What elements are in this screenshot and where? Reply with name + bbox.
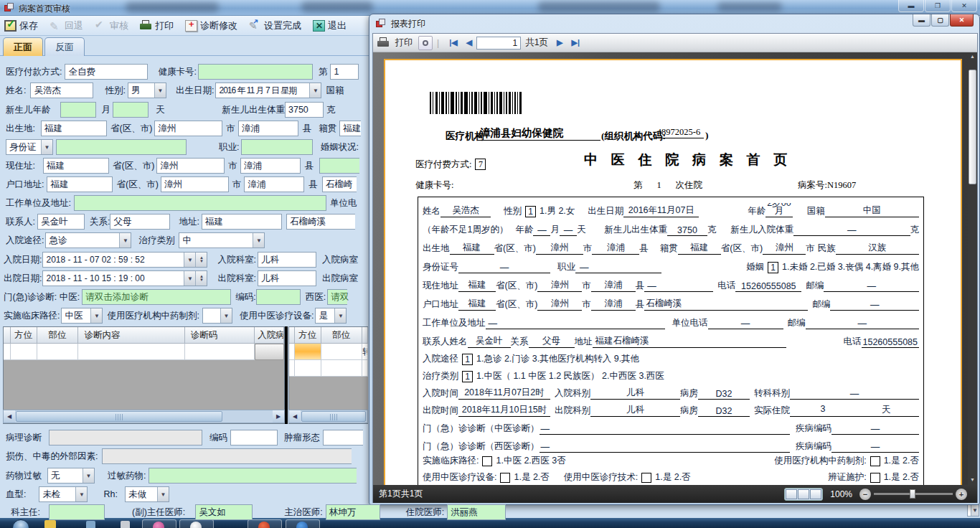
work-address-input[interactable] bbox=[74, 195, 326, 211]
grid-cell[interactable] bbox=[185, 344, 255, 360]
grid-col-part[interactable]: 部位 bbox=[37, 327, 79, 344]
next-page-button[interactable]: ▶ bbox=[557, 38, 562, 47]
discharge-dept-input[interactable]: 儿科 bbox=[258, 270, 316, 286]
scroll-up-icon[interactable]: ▲ bbox=[969, 52, 976, 60]
resident-input[interactable]: 洪丽燕 bbox=[447, 504, 506, 520]
clinical-path-dropdown[interactable]: 中医▼ bbox=[61, 308, 103, 324]
scroll-left-icon[interactable]: ◀ bbox=[289, 410, 301, 423]
origin-input[interactable]: 福建 bbox=[339, 121, 361, 136]
grid-col-direction[interactable]: 方位 bbox=[11, 327, 37, 344]
contact-input[interactable]: 吴金叶 bbox=[37, 214, 85, 230]
grid-cell[interactable] bbox=[78, 344, 184, 360]
zoom-out-button[interactable]: − bbox=[859, 489, 871, 500]
print-button[interactable]: 打印 bbox=[140, 19, 174, 32]
newborn-month-input[interactable] bbox=[60, 102, 96, 118]
admission-path-dropdown[interactable]: 急诊▼ bbox=[45, 232, 131, 248]
grid-cell-selected[interactable] bbox=[295, 344, 321, 360]
newborn-weight-input[interactable]: 3750 bbox=[285, 102, 324, 118]
allergy-drug-input[interactable] bbox=[149, 468, 357, 484]
cur-county-input[interactable]: 漳浦 bbox=[240, 158, 301, 174]
discharge-date-picker[interactable]: 2018 - 11 - 10 15 : 19 : 00▼▲▼ bbox=[42, 270, 207, 286]
tcm-diagnosis-input[interactable]: 请双击添加诊断 bbox=[82, 289, 231, 305]
last-page-button[interactable]: ▶| bbox=[572, 38, 580, 47]
deputy-input[interactable]: 吴文如 bbox=[195, 504, 253, 520]
dropdown-arrow-icon[interactable]: ▼ bbox=[334, 308, 346, 323]
scroll-down-icon[interactable]: ▼ bbox=[969, 476, 976, 484]
zoom-slider-thumb[interactable] bbox=[910, 489, 915, 499]
grid-cell[interactable] bbox=[321, 360, 362, 377]
dropdown-arrow-icon[interactable]: ▼ bbox=[971, 505, 979, 516]
folder-icon[interactable] bbox=[44, 520, 56, 528]
birthdate-picker[interactable]: 2016 年 11 月 7 日 星期▼ bbox=[215, 82, 321, 98]
audit-button[interactable]: 审核 bbox=[95, 19, 128, 32]
grid-cell-button[interactable] bbox=[255, 344, 284, 360]
grid-cell[interactable] bbox=[362, 360, 368, 377]
tab-front[interactable]: 正面 bbox=[3, 37, 43, 56]
name-input[interactable]: 吴浩杰 bbox=[30, 82, 93, 98]
dialog-minimize-button[interactable]: ▬ bbox=[913, 14, 930, 27]
grid-cell[interactable] bbox=[37, 344, 79, 360]
tumor-input[interactable] bbox=[323, 430, 363, 446]
id-type-dropdown[interactable]: 身份证▼ bbox=[6, 139, 53, 155]
payment-input[interactable]: 全自费 bbox=[65, 64, 148, 80]
admission-dept-input[interactable]: 儿科 bbox=[258, 252, 316, 268]
grid-cell[interactable] bbox=[11, 344, 37, 360]
dropdown-arrow-icon[interactable]: ▼ bbox=[184, 253, 195, 267]
save-button[interactable]: 保存 bbox=[4, 19, 38, 32]
grid-col-condition[interactable]: 入院病 bbox=[255, 327, 284, 344]
grid-hscrollbar-right[interactable]: ◀ bbox=[288, 410, 368, 423]
dropdown-arrow-icon[interactable]: ▼ bbox=[157, 487, 169, 501]
exit-button[interactable]: 退出 bbox=[313, 19, 347, 32]
grid-col-direction[interactable]: 方位 bbox=[295, 327, 321, 344]
dropdown-arrow-icon[interactable]: ▼ bbox=[119, 233, 131, 248]
close-button[interactable]: ✕ bbox=[951, 0, 977, 12]
minimize-button[interactable]: ▬ bbox=[898, 0, 924, 12]
ordinal-input[interactable]: 1 bbox=[330, 64, 359, 80]
cur-province-input[interactable]: 福建 bbox=[43, 158, 109, 174]
grid-col-part[interactable]: 部位 bbox=[321, 327, 362, 344]
rh-dropdown[interactable]: 未做▼ bbox=[125, 486, 169, 502]
western-diagnosis-input[interactable]: 请双 bbox=[327, 289, 347, 305]
dropdown-arrow-icon[interactable]: ▼ bbox=[220, 308, 232, 323]
tab-back[interactable]: 反面 bbox=[44, 37, 85, 56]
injury-input[interactable] bbox=[102, 448, 352, 464]
house-province-input[interactable]: 福建 bbox=[47, 176, 113, 192]
taskbar-icon[interactable] bbox=[86, 521, 95, 528]
chief-input[interactable] bbox=[49, 504, 105, 520]
restore-button[interactable]: ❐ bbox=[925, 0, 951, 12]
scroll-left-icon[interactable]: ◀ bbox=[4, 410, 15, 423]
attending-input[interactable]: 林坤万 bbox=[326, 504, 380, 520]
grid-cell[interactable] bbox=[321, 344, 362, 360]
dropdown-arrow-icon[interactable]: ▼ bbox=[309, 83, 321, 98]
cur-city-input[interactable]: 漳州 bbox=[156, 158, 225, 174]
sex-dropdown[interactable]: 男▼ bbox=[128, 82, 166, 98]
view-single-button[interactable] bbox=[786, 489, 797, 499]
scroll-right-icon[interactable]: ▶ bbox=[273, 410, 284, 423]
diagnosis-edit-button[interactable]: 诊断修改 bbox=[185, 19, 237, 32]
spinner-icon[interactable]: ▲▼ bbox=[195, 253, 207, 267]
birthplace-province-input[interactable]: 福建 bbox=[41, 121, 107, 136]
dropdown-arrow-icon[interactable]: ▼ bbox=[90, 308, 102, 323]
preview-vscrollbar[interactable]: ▲ ▼ bbox=[968, 52, 977, 485]
dropdown-arrow-icon[interactable]: ▼ bbox=[184, 271, 195, 286]
tcm-device-dropdown[interactable]: 是▼ bbox=[315, 308, 347, 324]
grid-cell[interactable]: 转 bbox=[362, 344, 368, 360]
print-settings-button[interactable] bbox=[418, 36, 433, 50]
pathology-input[interactable] bbox=[49, 430, 202, 446]
dropdown-arrow-icon[interactable]: ▼ bbox=[75, 487, 87, 501]
id-number-input[interactable] bbox=[56, 139, 187, 155]
grid-cell[interactable] bbox=[295, 360, 321, 377]
first-page-button[interactable]: |◀ bbox=[449, 38, 458, 47]
birthplace-county-input[interactable]: 漳浦 bbox=[238, 121, 298, 136]
grid-col-content[interactable]: 诊断内容 bbox=[78, 327, 184, 344]
treatment-type-dropdown[interactable]: 中▼ bbox=[179, 232, 265, 248]
spinner-icon[interactable]: ▲▼ bbox=[195, 271, 207, 286]
house-city-input[interactable]: 漳州 bbox=[161, 176, 229, 192]
view-facing-button[interactable] bbox=[810, 489, 821, 499]
grid-hscrollbar-left[interactable]: ◀ ▶ bbox=[3, 410, 285, 423]
relation-input[interactable]: 父母 bbox=[110, 214, 170, 230]
scroll-thumb[interactable] bbox=[969, 70, 976, 184]
house-county-input[interactable]: 漳浦 bbox=[244, 176, 304, 192]
page-number-input[interactable]: 1 bbox=[476, 37, 521, 50]
dialog-close-button[interactable]: ✕ bbox=[950, 14, 974, 27]
